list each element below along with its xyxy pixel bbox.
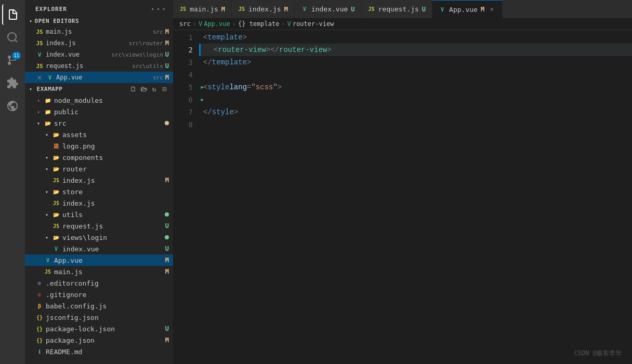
sidebar-header: EXPLORER ··· (25, 0, 173, 16)
breadcrumb-router-view[interactable]: Vrouter-view (287, 20, 334, 28)
tree-app-vue[interactable]: V App.vue M (25, 254, 173, 266)
breadcrumb-src[interactable]: src (179, 20, 191, 28)
tree-router-index-js[interactable]: JS index.js M (25, 174, 173, 186)
tab-request-js-badge: U (422, 6, 426, 13)
tree-store[interactable]: ▾ 📂 store (25, 186, 173, 197)
tree-package-lock-json[interactable]: {} package-lock.json U (25, 323, 173, 334)
folder-open-chevron: ▾ (44, 234, 50, 240)
syntax-token: > (266, 44, 270, 56)
tab-app-vue[interactable]: V App.vue M × (432, 0, 503, 18)
code-content[interactable]: <template> <router-view></router-view> <… (199, 30, 632, 364)
tab-index-vue[interactable]: V index.vue U (295, 0, 362, 18)
folder-icon: 📁 (44, 107, 52, 116)
tree-gitignore[interactable]: ⚙ .gitignore (25, 289, 173, 300)
tab-main-js-badge: M (221, 6, 225, 13)
tree-public[interactable]: › 📁 public (25, 106, 173, 117)
tree-editorconfig[interactable]: ⚙ .editorconfig (25, 277, 173, 289)
vue-icon-small: V (287, 20, 291, 28)
js-file-icon: JS (44, 267, 52, 276)
json-file-icon: {} (35, 325, 44, 333)
code-line-1: <template> (199, 31, 632, 44)
refresh-icon[interactable]: ↻ (150, 85, 159, 93)
tab-app-vue-badge: M (481, 6, 484, 13)
tab-request-js[interactable]: JS request.js U (362, 0, 433, 18)
open-editor-app-vue[interactable]: × V App.vue src M (25, 72, 173, 83)
tree-utils[interactable]: ▾ 📂 utils (25, 209, 173, 220)
tree-views-login[interactable]: ▾ 📂 views\login (25, 232, 173, 243)
router-index-badge: M (165, 177, 169, 184)
syntax-token: < (203, 31, 207, 44)
tree-src[interactable]: ▾ 📂 src (25, 117, 173, 129)
source-control-icon[interactable]: 11 (2, 50, 23, 71)
files-icon[interactable] (2, 4, 23, 25)
code-line-8 (199, 118, 632, 131)
editor-close-icon[interactable]: × (35, 73, 44, 82)
tree-main-js[interactable]: JS main.js M (25, 266, 173, 277)
tree-node-modules[interactable]: › 📁 node_modules (25, 95, 173, 106)
open-editors-header[interactable]: ▾ OPEN EDITORS (25, 16, 173, 26)
pkg-lock-badge: U (165, 325, 169, 332)
syntax-token: > (327, 44, 331, 56)
tree-jsconfig-json[interactable]: {} jsconfig.json (25, 312, 173, 323)
folder-open-icon: 📂 (52, 130, 60, 139)
vue-file-icon: V (52, 245, 60, 253)
search-icon[interactable] (2, 27, 23, 48)
current-line-indicator (199, 44, 201, 56)
extensions-icon[interactable] (2, 73, 23, 93)
tab-close-button[interactable]: × (488, 5, 496, 14)
tree-store-index-js[interactable]: JS index.js (25, 197, 173, 209)
breadcrumb-app-vue[interactable]: VApp.vue (199, 20, 230, 28)
breadcrumb-sep-2: › (232, 20, 236, 28)
vue-breadcrumb-icon: V (199, 20, 202, 28)
tab-index-js[interactable]: JS index.js M (232, 0, 295, 18)
folder-open-icon: 📂 (44, 119, 52, 127)
project-header[interactable]: ▾ EXAMAPP 🗋 🗁 ↻ ⊟ (25, 83, 173, 95)
code-line-3: </template> (199, 56, 632, 69)
tree-views-index-vue[interactable]: V index.vue U (25, 243, 173, 254)
tree-router[interactable]: ▾ 📂 router (25, 163, 173, 174)
folder-open-icon: 📂 (52, 210, 60, 219)
line-num-4: 4 (189, 69, 193, 81)
collapse-all-icon[interactable]: ⊟ (161, 85, 169, 93)
folder-collapsed-chevron: › (35, 97, 42, 103)
tree-components[interactable]: ▾ 📂 components (25, 152, 173, 163)
tree-readme-md[interactable]: ℹ README.md (25, 346, 173, 357)
folder-open-icon: 📂 (52, 233, 60, 241)
remote-icon[interactable] (2, 96, 23, 116)
vue-tab-icon: V (301, 6, 308, 13)
syntax-token: </ (203, 56, 212, 69)
sidebar-title: EXPLORER (35, 6, 67, 12)
code-line-4 (199, 69, 632, 81)
vue-file-icon: V (46, 73, 54, 82)
project-chevron: ▾ (29, 86, 33, 92)
folder-open-chevron: ▾ (44, 188, 50, 195)
open-editors-list: JS main.js src M JS index.js src\router … (25, 26, 173, 83)
open-editor-main-js[interactable]: JS main.js src M (25, 26, 173, 37)
code-line-5: ▸ <style lang="scss"> (199, 81, 632, 93)
js-file-icon: JS (35, 28, 44, 36)
breadcrumb-template[interactable]: {} template (238, 20, 279, 28)
tree-babel-config[interactable]: β babel.config.js (25, 300, 173, 312)
main-content: JS main.js M JS index.js M V index.vue U… (173, 0, 632, 364)
tree-assets[interactable]: ▾ 📂 assets (25, 129, 173, 140)
syntax-token: > (278, 81, 282, 93)
new-folder-icon[interactable]: 🗁 (140, 85, 148, 93)
line-num-6: 6 (189, 93, 193, 106)
line-num-3: 3 (189, 56, 193, 69)
new-file-icon[interactable]: 🗋 (129, 85, 138, 93)
folder-collapsed-chevron: › (35, 109, 42, 115)
tab-main-js[interactable]: JS main.js M (173, 0, 232, 18)
project-label: EXAMAPP (37, 86, 63, 92)
sidebar-more-icon[interactable]: ··· (150, 4, 167, 14)
request-badge: U (165, 222, 169, 230)
open-editor-index-js[interactable]: JS index.js src\router M (25, 37, 173, 49)
open-editor-request-js[interactable]: JS request.js src\utils U (25, 60, 173, 72)
folder-open-chevron: ▾ (44, 154, 50, 160)
tree-request-js[interactable]: JS request.js U (25, 220, 173, 232)
tree-logo-png[interactable]: 🖼 logo.png (25, 140, 173, 152)
open-editor-index-vue[interactable]: V index.vue src\views\login U (25, 49, 173, 60)
tree-package-json[interactable]: {} package.json M (25, 334, 173, 346)
explorer-tree: ▾ EXAMAPP 🗋 🗁 ↻ ⊟ › 📁 node_modules › 📁 p… (25, 83, 173, 364)
app-vue-badge: M (165, 257, 169, 264)
syntax-token: style (212, 106, 234, 118)
